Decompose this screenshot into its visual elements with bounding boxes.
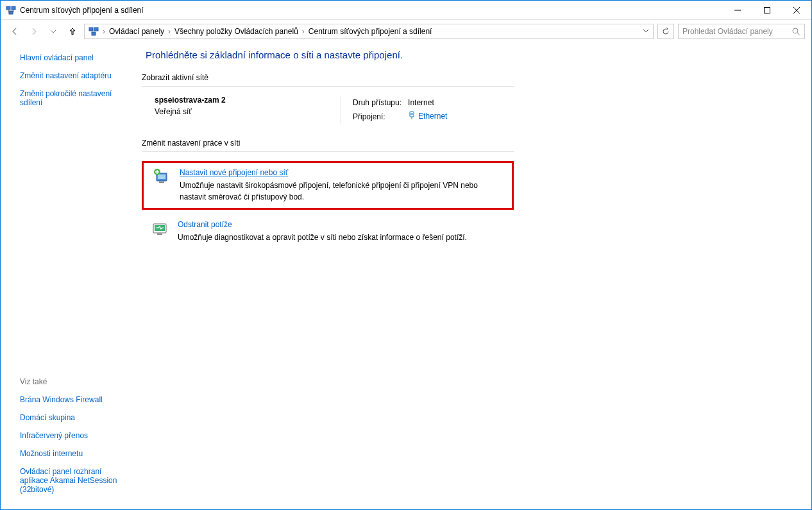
svg-rect-7 bbox=[765, 7, 770, 13]
task-troubleshoot[interactable]: Odstranit potíže Umožňuje diagnostikovat… bbox=[142, 215, 514, 248]
address-bar[interactable]: › Ovládací panely › Všechny položky Ovlá… bbox=[84, 24, 654, 39]
see-also-link[interactable]: Brána Windows Firewall bbox=[20, 395, 129, 404]
task-link[interactable]: Odstranit potíže bbox=[178, 220, 232, 229]
back-button[interactable] bbox=[7, 24, 22, 39]
svg-rect-10 bbox=[89, 28, 93, 31]
change-settings-title: Změnit nastavení práce v síti bbox=[142, 139, 514, 148]
main-content: Prohlédněte si základní informace o síti… bbox=[135, 43, 811, 509]
see-also-link[interactable]: Ovládací panel rozhraní aplikace Akamai … bbox=[20, 467, 129, 494]
network-info: spseiostrava-zam 2 Veřejná síť Druh přís… bbox=[142, 96, 514, 124]
recent-dropdown[interactable] bbox=[46, 24, 61, 39]
search-icon bbox=[791, 27, 800, 36]
divider bbox=[142, 86, 514, 87]
network-name: spseiostrava-zam 2 bbox=[155, 96, 341, 105]
ethernet-icon bbox=[408, 111, 416, 122]
close-button[interactable] bbox=[782, 1, 811, 19]
sidebar-link-advanced[interactable]: Změnit pokročilé nastavení sdílení bbox=[20, 89, 129, 107]
task-description: Umožňuje nastavit širokopásmové připojen… bbox=[180, 180, 503, 203]
access-label: Druh přístupu: bbox=[353, 97, 407, 108]
svg-point-13 bbox=[793, 28, 798, 33]
vertical-divider bbox=[341, 96, 341, 124]
sidebar-link-main[interactable]: Hlavní ovládací panel bbox=[20, 53, 129, 62]
svg-rect-21 bbox=[159, 182, 164, 183]
svg-rect-1 bbox=[12, 6, 15, 10]
page-heading: Prohlédněte si základní informace o síti… bbox=[146, 49, 786, 60]
breadcrumb-item[interactable]: Všechny položky Ovládacích panelů bbox=[174, 27, 298, 36]
chevron-right-icon: › bbox=[103, 27, 105, 36]
window-title: Centrum síťových připojení a sdílení bbox=[20, 6, 723, 15]
chevron-down-icon[interactable] bbox=[643, 27, 649, 36]
troubleshoot-icon bbox=[151, 220, 169, 238]
svg-rect-20 bbox=[158, 174, 165, 179]
svg-rect-12 bbox=[92, 32, 96, 35]
sidebar-link-adapter[interactable]: Změnit nastavení adaptéru bbox=[20, 71, 129, 80]
search-input[interactable]: Prohledat Ovládací panely bbox=[678, 24, 805, 39]
forward-button[interactable] bbox=[26, 24, 42, 39]
svg-rect-25 bbox=[157, 234, 162, 235]
up-button[interactable] bbox=[65, 24, 80, 39]
network-center-icon bbox=[6, 5, 16, 15]
new-connection-icon bbox=[153, 168, 171, 186]
chevron-right-icon: › bbox=[302, 27, 305, 36]
network-center-icon bbox=[89, 26, 99, 37]
network-type: Veřejná síť bbox=[155, 107, 341, 116]
see-also-section: Viz také Brána Windows Firewall Domácí s… bbox=[20, 377, 129, 503]
titlebar: Centrum síťových připojení a sdílení bbox=[1, 1, 811, 20]
active-networks-title: Zobrazit aktivní sítě bbox=[142, 73, 514, 82]
see-also-link[interactable]: Infračervený přenos bbox=[20, 431, 129, 440]
svg-rect-11 bbox=[94, 28, 98, 31]
connection-link[interactable]: Ethernet bbox=[418, 112, 447, 121]
breadcrumb-item[interactable]: Ovládací panely bbox=[109, 27, 164, 36]
refresh-button[interactable] bbox=[657, 24, 674, 39]
window-controls bbox=[723, 1, 811, 19]
maximize-button[interactable] bbox=[752, 1, 782, 19]
svg-rect-15 bbox=[410, 112, 414, 117]
access-value: Internet bbox=[408, 97, 452, 108]
see-also-title: Viz také bbox=[20, 377, 129, 386]
toolbar: › Ovládací panely › Všechny položky Ovlá… bbox=[1, 20, 811, 43]
svg-line-14 bbox=[797, 33, 800, 35]
see-also-link[interactable]: Možnosti internetu bbox=[20, 449, 129, 458]
breadcrumb-item[interactable]: Centrum síťových připojení a sdílení bbox=[309, 27, 432, 36]
task-link[interactable]: Nastavit nové připojení nebo síť bbox=[180, 168, 288, 177]
sidebar: Hlavní ovládací panel Změnit nastavení a… bbox=[1, 43, 135, 509]
chevron-right-icon: › bbox=[168, 27, 171, 36]
svg-rect-0 bbox=[6, 6, 10, 10]
connection-label: Připojení: bbox=[353, 110, 407, 123]
search-placeholder: Prohledat Ovládací panely bbox=[682, 27, 791, 36]
see-also-link[interactable]: Domácí skupina bbox=[20, 413, 129, 422]
minimize-button[interactable] bbox=[723, 1, 752, 19]
task-new-connection[interactable]: Nastavit nové připojení nebo síť Umožňuj… bbox=[142, 161, 514, 210]
divider bbox=[142, 151, 514, 152]
task-description: Umožňuje diagnostikovat a opravit potíže… bbox=[178, 232, 505, 243]
